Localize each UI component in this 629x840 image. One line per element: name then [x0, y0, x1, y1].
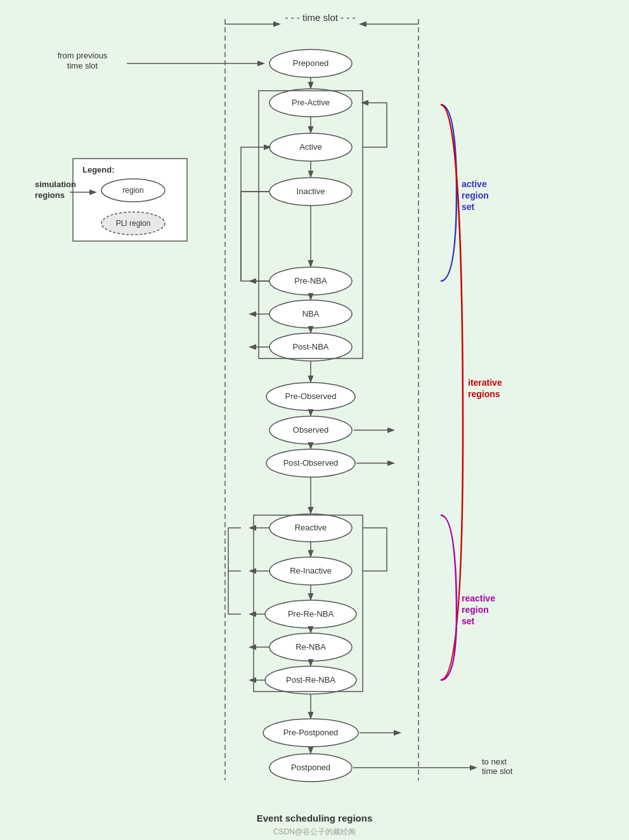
- svg-text:simulation: simulation: [35, 180, 76, 189]
- svg-text:regions: regions: [35, 190, 65, 200]
- svg-text:Postponed: Postponed: [291, 763, 330, 772]
- svg-text:PLI region: PLI region: [116, 219, 151, 228]
- svg-text:Inactive: Inactive: [297, 187, 325, 196]
- svg-text:Post-Re-NBA: Post-Re-NBA: [286, 675, 335, 685]
- svg-text:Observed: Observed: [293, 425, 328, 435]
- svg-text:Post-Observed: Post-Observed: [283, 458, 339, 468]
- svg-text:Pre-Postponed: Pre-Postponed: [283, 728, 339, 737]
- svg-text:Reactive: Reactive: [295, 523, 327, 532]
- svg-text:set: set: [462, 616, 475, 626]
- svg-text:NBA: NBA: [302, 309, 320, 318]
- svg-text:regions: regions: [468, 389, 500, 399]
- svg-text:time slot: time slot: [482, 766, 513, 776]
- svg-text:region: region: [122, 186, 143, 195]
- svg-text:to next: to next: [482, 757, 507, 766]
- svg-text:from previous: from previous: [58, 51, 108, 60]
- svg-text:active: active: [462, 179, 487, 189]
- svg-text:Legend:: Legend:: [82, 165, 115, 174]
- svg-text:Event scheduling regions: Event scheduling regions: [257, 813, 373, 824]
- svg-text:Active: Active: [299, 142, 321, 152]
- svg-text:Re-Inactive: Re-Inactive: [290, 566, 332, 575]
- svg-text:- - - time slot - - -: - - - time slot - - -: [285, 12, 356, 23]
- svg-text:region: region: [462, 190, 489, 200]
- svg-text:Pre-NBA: Pre-NBA: [294, 276, 327, 285]
- svg-text:set: set: [462, 202, 475, 212]
- svg-text:CSDN@谷公子的藏经阁: CSDN@谷公子的藏经阁: [273, 827, 356, 836]
- svg-text:Post-NBA: Post-NBA: [292, 342, 328, 351]
- svg-text:Preponed: Preponed: [293, 58, 328, 68]
- svg-text:region: region: [462, 605, 489, 615]
- svg-text:iterative: iterative: [468, 377, 502, 388]
- svg-text:time slot: time slot: [67, 61, 98, 70]
- main-container: - - - time slot - - - from previous time…: [0, 0, 629, 840]
- svg-text:Re-NBA: Re-NBA: [295, 642, 326, 652]
- diagram-svg: - - - time slot - - - from previous time…: [0, 0, 629, 840]
- svg-text:Pre-Observed: Pre-Observed: [285, 391, 337, 401]
- svg-text:Pre-Active: Pre-Active: [292, 98, 330, 107]
- svg-text:Pre-Re-NBA: Pre-Re-NBA: [288, 609, 334, 619]
- svg-text:reactive: reactive: [462, 593, 495, 603]
